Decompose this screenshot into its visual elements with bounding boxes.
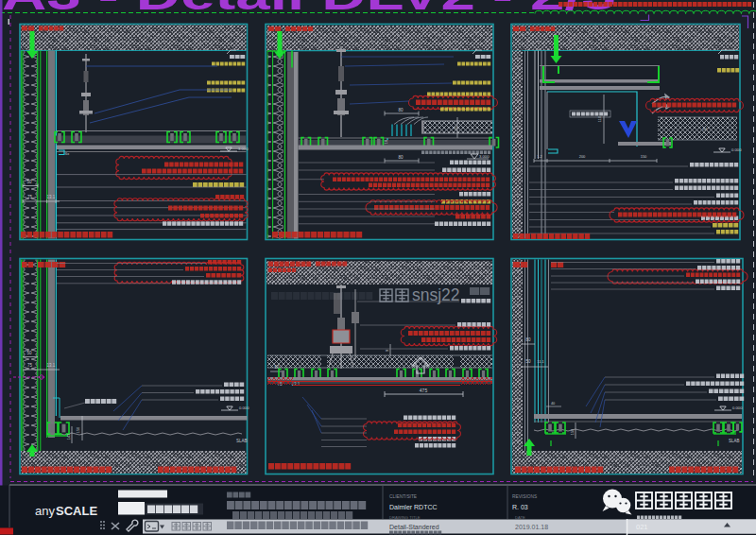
- svg-text:SLAB: SLAB: [236, 439, 248, 443]
- svg-text:18: 18: [385, 140, 388, 144]
- svg-text:DRAWING TITLE: DRAWING TITLE: [389, 515, 421, 520]
- svg-text:80: 80: [525, 337, 531, 342]
- svg-text:150: 150: [571, 429, 575, 435]
- svg-text:snsj22: snsj22: [412, 285, 460, 304]
- svg-text:475: 475: [420, 388, 428, 393]
- svg-text:150: 150: [641, 154, 647, 159]
- svg-text:Detail-Standered: Detail-Standered: [389, 524, 439, 530]
- svg-text:0.000: 0.000: [239, 406, 249, 410]
- svg-text:13.1: 13.1: [47, 195, 56, 199]
- svg-text:R. 03: R. 03: [512, 504, 528, 510]
- svg-text:80: 80: [398, 108, 404, 112]
- svg-text:150: 150: [76, 426, 80, 433]
- svg-text:75: 75: [27, 195, 33, 199]
- svg-text:75: 75: [453, 127, 456, 130]
- svg-text:9: 9: [386, 350, 389, 352]
- svg-text:11.1: 11.1: [537, 359, 544, 364]
- svg-text:54: 54: [703, 127, 708, 131]
- svg-text:DATE: DATE: [515, 515, 525, 520]
- svg-text:40: 40: [551, 402, 555, 406]
- svg-text:110: 110: [597, 115, 602, 122]
- svg-text:A3 - Detail DLV2 - 2/3: A3 - Detail DLV2 - 2/3: [2, 0, 616, 18]
- svg-text:6x: 6x: [65, 151, 69, 156]
- svg-text:50: 50: [525, 359, 531, 364]
- svg-text:75: 75: [27, 363, 33, 368]
- svg-text:SLAB: SLAB: [729, 439, 740, 443]
- svg-text:200: 200: [579, 154, 586, 159]
- svg-text:1.2: 1.2: [537, 154, 542, 159]
- svg-text:021: 021: [636, 523, 648, 531]
- svg-text:80: 80: [398, 155, 404, 160]
- svg-text:143: 143: [66, 433, 71, 440]
- svg-text:SCALE: SCALE: [56, 504, 97, 518]
- svg-text:50: 50: [26, 180, 32, 184]
- svg-text:3.000: 3.000: [479, 154, 490, 159]
- svg-text:CLIENT/SITE: CLIENT/SITE: [389, 494, 417, 499]
- svg-text:Daimler RDTCC: Daimler RDTCC: [389, 504, 438, 510]
- svg-text:REVISIONS: REVISIONS: [512, 494, 537, 499]
- svg-text:any: any: [35, 504, 55, 518]
- svg-text:2019.01.18: 2019.01.18: [515, 524, 548, 530]
- svg-text:13.1: 13.1: [47, 363, 56, 368]
- svg-text:3.000: 3.000: [238, 147, 249, 151]
- svg-text:50: 50: [26, 351, 32, 355]
- svg-text:0.000: 0.000: [732, 406, 743, 410]
- svg-text:0.000: 0.000: [731, 147, 742, 152]
